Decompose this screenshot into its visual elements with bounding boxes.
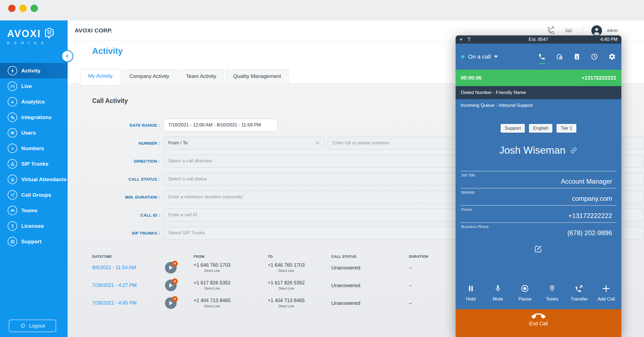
pin-icon[interactable] <box>467 37 471 42</box>
contact-fields: Job Title Account Manager Website compan… <box>461 171 616 239</box>
date-range-input[interactable] <box>164 119 278 132</box>
column-header-call-status: CALL STATUS <box>331 254 409 259</box>
call-status-value: Unanswered <box>331 283 409 289</box>
add-icon[interactable]: + <box>459 37 463 42</box>
contact-field: Phone +13172222222 <box>461 205 616 222</box>
window-zoom-button[interactable] <box>31 5 38 12</box>
dialed-number-label: Dialed Number - Friendly Name <box>461 90 526 95</box>
number-type-selected-value: From / To <box>168 140 188 146</box>
window-minimize-button[interactable] <box>19 5 27 12</box>
user-avatar[interactable] <box>591 25 602 36</box>
transfer-button[interactable]: Transfer <box>565 277 592 309</box>
logo-wordmark: AVOXI <box>7 28 41 40</box>
hold-icon <box>467 284 475 293</box>
field-value: (678) 202-9896 <box>461 229 616 237</box>
sidebar-item-label: Activity <box>21 68 40 74</box>
call-tags: Support English Tier 1 <box>461 124 616 133</box>
incoming-queue-label: Incoming Queue - Inbound Support <box>461 103 616 108</box>
status-selector[interactable]: On a call <box>468 53 491 60</box>
outbound-call-icon[interactable] <box>546 26 555 35</box>
edit-contact-icon[interactable] <box>534 244 543 254</box>
sidebar-item-label: Licenses <box>21 223 44 229</box>
control-label: Hold <box>466 296 476 302</box>
phone-tab-icon[interactable] <box>538 53 546 60</box>
play-recording-button[interactable]: ✕ <box>165 297 177 309</box>
softphone-nav <box>538 53 616 60</box>
control-label: Mute <box>493 296 503 302</box>
field-label: Phone <box>461 207 616 212</box>
control-label: Tones <box>546 296 558 302</box>
voicemail-icon[interactable] <box>564 26 574 35</box>
play-recording-button[interactable]: ✕ <box>165 262 177 274</box>
window-close-button[interactable] <box>8 5 16 12</box>
to-line-type: Direct Line <box>268 287 305 290</box>
tag-chip[interactable]: English <box>529 124 552 133</box>
sidebar-item-integrations[interactable]: Integrations <box>0 110 68 125</box>
field-label: Website <box>461 190 616 195</box>
crm-link-icon[interactable] <box>570 146 578 154</box>
field-value: Account Manager <box>461 178 616 185</box>
sidebar-item-call-groups[interactable]: Call Groups <box>0 187 68 203</box>
topbar-divider <box>582 25 583 36</box>
sidebar-item-label: Numbers <box>21 145 44 151</box>
gears-icon <box>8 113 17 122</box>
sidebar-item-numbers[interactable]: # Numbers <box>0 141 68 156</box>
sidebar-item-licenses[interactable]: Licenses <box>0 218 68 234</box>
from-number: +1 646 760 1703 <box>194 262 231 268</box>
tag-chip[interactable]: Tier 1 <box>556 124 576 133</box>
from-number: +1 404 713 8465 <box>194 298 231 303</box>
chevron-down-icon <box>315 142 320 145</box>
hold-button[interactable]: Hold <box>457 277 484 309</box>
sidebar-collapse-button[interactable] <box>61 50 73 62</box>
gauge-icon <box>8 81 17 91</box>
call-datetime-link[interactable]: 7/26/2021 - 4:45 PM <box>92 300 137 306</box>
settings-gear-icon[interactable] <box>608 53 616 60</box>
call-status-value: Unanswered <box>331 265 409 271</box>
sidebar-item-support[interactable]: Support <box>0 234 68 249</box>
call-datetime-link[interactable]: 7/29/2021 - 4:27 PM <box>92 283 137 288</box>
to-line-type: Direct Line <box>268 269 305 273</box>
contacts-icon[interactable] <box>573 53 580 60</box>
logout-button[interactable]: Logout <box>9 320 56 332</box>
call-datetime-link[interactable]: 8/6/2021 - 11:54 AM <box>92 265 136 271</box>
sidebar-item-virtual-attendants[interactable]: Virtual Attendants <box>0 172 68 187</box>
call-history-clock-icon[interactable] <box>591 53 598 60</box>
from-line-type: Direct Line <box>194 269 231 273</box>
sidebar-item-teams[interactable]: Teams <box>0 203 68 218</box>
tones-button[interactable]: Tones <box>538 277 565 309</box>
extension-label: Ext. 8547 <box>492 37 585 42</box>
tab-team-activity[interactable]: Team Activity <box>178 69 224 83</box>
from-line-type: Direct Line <box>194 287 231 290</box>
end-call-button[interactable]: End Call <box>456 309 621 337</box>
tab-quality-management[interactable]: Quality Management <box>225 69 288 83</box>
logout-label: Logout <box>29 323 45 329</box>
to-number: +1 646 760 1703 <box>268 262 305 268</box>
play-recording-button[interactable]: ✕ <box>165 280 177 291</box>
add-call-button[interactable]: Add Call <box>593 277 620 309</box>
headset-keypad-icon <box>8 175 17 184</box>
tab-my-activity[interactable]: My Activity <box>80 69 120 85</box>
sidebar-item-users[interactable]: Users <box>0 125 68 141</box>
control-label: Pause <box>518 296 531 302</box>
sidebar-item-live[interactable]: Live <box>0 78 68 94</box>
team-icon <box>8 206 17 215</box>
tag-chip[interactable]: Support <box>501 124 525 133</box>
sidebar-item-sip-trunks[interactable]: SIP Trunks <box>0 156 68 172</box>
number-type-select[interactable]: From / To <box>164 137 324 150</box>
sidebar-item-label: Analytics <box>21 99 45 105</box>
sidebar-item-activity[interactable]: Activity <box>0 63 68 78</box>
control-label: Add Call <box>597 296 615 302</box>
keypad-icon <box>548 284 556 293</box>
tab-company-activity[interactable]: Company Activity <box>122 69 177 83</box>
new-call-headset-icon[interactable] <box>556 53 563 60</box>
sidebar-nav: Activity Live Analytics <box>0 63 68 249</box>
call-duration-value: – <box>409 300 453 306</box>
mute-button[interactable]: Mute <box>484 277 511 309</box>
sidebar-item-analytics[interactable]: Analytics <box>0 94 68 110</box>
no-recording-badge-icon: ✕ <box>172 261 178 266</box>
sidebar-item-label: Teams <box>21 208 38 214</box>
sidebar-item-label: Users <box>21 130 36 136</box>
field-value: +13172222222 <box>461 212 616 220</box>
end-call-label: End Call <box>529 321 548 327</box>
pause-recording-button[interactable]: Pause <box>511 277 538 309</box>
